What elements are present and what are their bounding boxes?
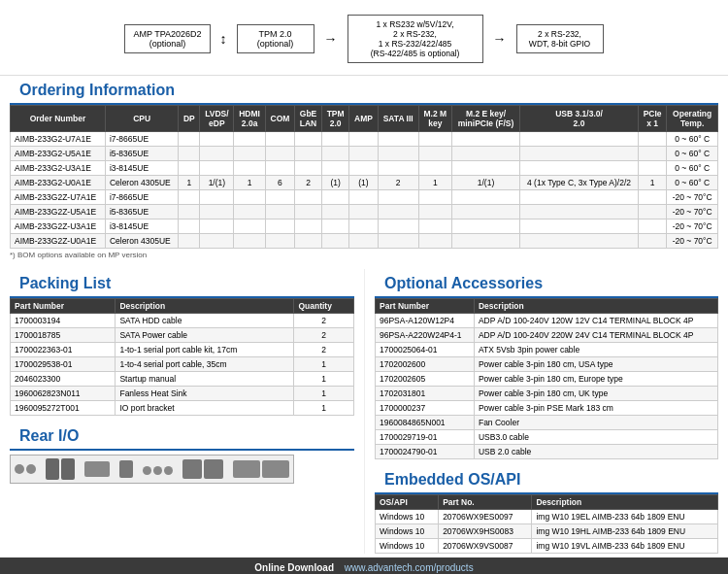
ordering-cell: 1: [638, 176, 666, 190]
ordering-cell: AIMB-233G2-U7A1E: [11, 132, 106, 147]
ordering-cell: AIMB-233G2Z-U7A1E: [11, 190, 106, 205]
ordering-cell: [179, 219, 200, 234]
optional-row: 96PSA-A120W12P4ADP A/D 100-240V 120W 12V…: [376, 314, 718, 328]
packing-col-part: Part Number: [11, 299, 116, 314]
ordering-cell: [349, 219, 378, 234]
ordering-row: AIMB-233G2Z-U0A1ECeleron 4305UE-20 ~ 70°…: [11, 234, 718, 249]
ordering-cell: [638, 161, 666, 176]
ordering-cell: 1/(1): [200, 176, 234, 190]
ordering-cell: [349, 147, 378, 161]
embedded-col-desc: Description: [532, 495, 718, 510]
ordering-cell: [418, 161, 451, 176]
ordering-row: AIMB-233G2-U7A1Ei7-8665UE0 ~ 60° C: [11, 132, 718, 147]
ordering-cell: [451, 190, 519, 205]
embedded-cell: 20706WX9HS0083: [439, 524, 532, 539]
col-dp: DP: [179, 106, 200, 132]
rs232-group-box: 1 x RS232 w/5V/12V,2 x RS-232,1 x RS-232…: [347, 15, 483, 63]
ordering-cell: [179, 147, 200, 161]
ordering-cell: [321, 219, 348, 234]
ordering-cell: [638, 147, 666, 161]
amp-box: AMP TPA2026D2(optional): [124, 24, 210, 53]
ordering-cell: [378, 205, 418, 219]
ordering-cell: [295, 161, 322, 176]
ordering-cell: -20 ~ 70°C: [667, 205, 718, 219]
ordering-cell: [234, 132, 265, 147]
ordering-row: AIMB-233G2Z-U7A1Ei7-8665UE-20 ~ 70°C: [11, 190, 718, 205]
optional-cell: 1700025064-01: [376, 343, 475, 357]
embedded-row: Windows 1020706WX9ES0097img W10 19EL AIM…: [376, 510, 718, 524]
optional-cell: 96PSA-A220W24P4-1: [376, 328, 475, 343]
embedded-cell: Windows 10: [376, 539, 439, 554]
packing-cell: 1: [294, 357, 354, 372]
optional-cell: ATX 5Vsb 3pin power cable: [474, 343, 717, 357]
embedded-row: Windows 1020706WX9VS0087img W10 19VL AIM…: [376, 539, 718, 554]
col-gbe: GbELAN: [295, 106, 322, 132]
ordering-cell: [265, 132, 294, 147]
ordering-cell: [321, 190, 348, 205]
ordering-cell: [638, 132, 666, 147]
ordering-cell: [451, 132, 519, 147]
embedded-cell: 20706WX9VS0087: [439, 539, 532, 554]
ordering-cell: i3-8145UE: [105, 219, 179, 234]
ordering-cell: [179, 234, 200, 249]
col-m2e: M.2 E key/miniPCIe (F/S): [451, 106, 519, 132]
embedded-col-os: OS/API: [376, 495, 439, 510]
ordering-cell: [418, 205, 451, 219]
port-dvi: [84, 461, 110, 477]
ordering-cell: (1): [349, 176, 378, 190]
rear-io-section: Rear I/O: [10, 422, 354, 484]
ordering-table: Order Number CPU DP LVDS/eDP HDMI2.0a CO…: [10, 105, 718, 249]
optional-cell: 1700000237: [376, 401, 475, 416]
col-cpu: CPU: [105, 106, 179, 132]
embedded-header: Embedded OS/API: [375, 465, 718, 494]
packing-row: 1700022363-011-to-1 serial port cable ki…: [11, 343, 354, 357]
optional-cell: 1702002600: [376, 357, 475, 372]
arrows-amp: ↕: [220, 31, 227, 47]
ordering-cell: AIMB-233G2-U3A1E: [11, 161, 106, 176]
packing-cell: 1-to-4 serial port cable, 35cm: [116, 357, 294, 372]
ordering-cell: [265, 234, 294, 249]
rs232-wdt-box: 2 x RS-232,WDT, 8-bit GPIO: [516, 24, 604, 53]
packing-cell: 2: [294, 343, 354, 357]
col-usb: USB 3.1/3.0/2.0: [520, 106, 639, 132]
ordering-cell: [321, 234, 348, 249]
packing-header: Packing List: [10, 269, 354, 298]
embedded-cell: img W10 19EL AIMB-233 64b 1809 ENU: [532, 510, 718, 524]
ordering-cell: 0 ~ 60° C: [667, 161, 718, 176]
ordering-cell: [520, 147, 639, 161]
packing-cell: 1700029538-01: [11, 357, 116, 372]
optional-cell: ADP A/D 100-240V 120W 12V C14 TERMINAL B…: [474, 314, 717, 328]
ordering-cell: AIMB-233G2Z-U3A1E: [11, 219, 106, 234]
ordering-cell: [321, 205, 348, 219]
ordering-cell: [200, 205, 234, 219]
port-eth-1: [182, 459, 202, 479]
col-sata: SATA III: [378, 106, 418, 132]
packing-cell: 1: [294, 387, 354, 401]
optional-row: 1700029719-01USB3.0 cable: [376, 430, 718, 445]
ordering-cell: [295, 190, 322, 205]
ordering-cell: [520, 219, 639, 234]
port-dp: [119, 460, 133, 478]
footer-url[interactable]: www.advantech.com/products: [345, 562, 474, 573]
embedded-section: Embedded OS/API OS/API Part No. Descript…: [375, 465, 718, 554]
packing-cell: 2046023300: [11, 372, 116, 387]
ordering-cell: 1: [418, 176, 451, 190]
col-hdmi: HDMI2.0a: [234, 106, 265, 132]
col-order-number: Order Number: [11, 106, 106, 132]
optional-cell: 1702031801: [376, 387, 475, 401]
ordering-cell: [638, 205, 666, 219]
ordering-cell: [234, 234, 265, 249]
ordering-cell: [234, 147, 265, 161]
ordering-cell: [265, 147, 294, 161]
ordering-cell: [234, 161, 265, 176]
optional-cell: 1960084865N001: [376, 416, 475, 430]
optional-header: Optional Accessories: [375, 269, 718, 298]
ordering-cell: 1: [179, 176, 200, 190]
packing-cell: 1960062823N011: [11, 387, 116, 401]
ordering-cell: AIMB-233G2-U0A1E: [11, 176, 106, 190]
ordering-section: Ordering Information Order Number CPU DP…: [0, 76, 728, 269]
embedded-col-part: Part No.: [439, 495, 532, 510]
ordering-cell: [451, 147, 519, 161]
packing-cell: 1700003194: [11, 314, 116, 328]
col-left: Packing List Part Number Description Qua…: [10, 269, 364, 554]
